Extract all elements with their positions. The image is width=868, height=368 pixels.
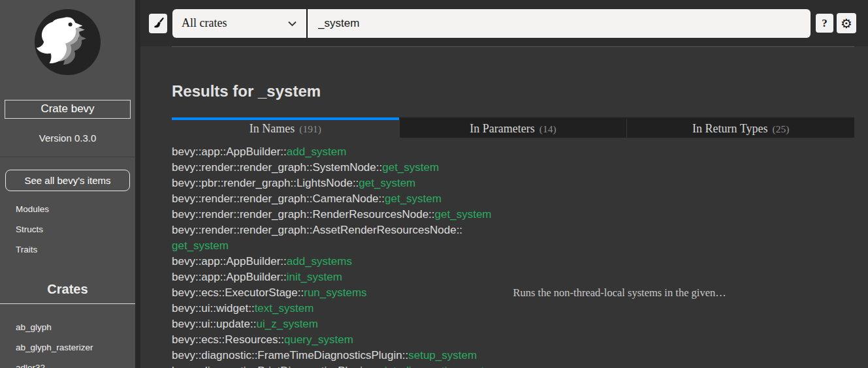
result-description [513,207,855,222]
result-description [513,363,855,368]
result-link[interactable]: bevy::app::AppBuilder::add_systems [172,254,513,269]
crate-link-ab-glyph-rasterizer[interactable]: ab_glyph_rasterizer [0,337,135,358]
result-link[interactable]: bevy::app::AppBuilder::init_system [172,269,513,285]
search-group: All crates [172,9,811,38]
sidebar-scrollbar[interactable] [135,0,140,368]
result-link[interactable]: bevy::render::render_graph::RenderResour… [172,207,513,222]
result-description [513,269,855,285]
result-fn-name: text_system [255,302,314,314]
paintbrush-icon [153,17,164,30]
crate-version: Version 0.3.0 [0,132,135,144]
sidebar: Crate bevy Version 0.3.0 See all bevy's … [0,0,135,368]
settings-button[interactable]: ⚙ [837,13,856,33]
result-fn-name: get_system [385,192,442,205]
result-row: bevy::ecs::Resources::query_system [172,332,854,348]
topbar-divider [172,46,854,47]
result-path: bevy::render::render_graph::RenderResour… [172,208,435,221]
result-row: bevy::render::render_graph::CameraNode::… [172,191,854,207]
result-link[interactable]: bevy::diagnostic::PrintDiagnosticsPlugin… [172,363,513,368]
crates-heading: Crates [0,281,135,297]
result-link[interactable]: bevy::ui::widget::text_system [172,301,513,316]
sidebar-divider-top [0,157,135,157]
result-description [513,254,855,269]
result-fn-name: get_system [382,161,439,174]
crate-link-adler32[interactable]: adler32 [0,358,135,368]
result-description [513,348,855,363]
results-heading: Results for _system [172,82,854,100]
result-row: bevy::app::AppBuilder::add_systems [172,254,854,269]
result-description [513,191,855,207]
tab-count: (14) [539,123,556,135]
result-fn-name: get_system [359,177,415,189]
tab-label: In Names [249,122,295,136]
result-path: bevy::diagnostic::PrintDiagnosticsPlugin… [172,365,375,368]
result-description [513,144,855,160]
result-link[interactable]: bevy::render::render_graph::AssetRenderR… [172,222,513,254]
tab-in-names[interactable]: In Names (191) [172,117,399,138]
result-row: bevy::diagnostic::FrameTimeDiagnosticsPl… [172,348,854,363]
result-row: bevy::app::AppBuilder::add_system [172,144,854,160]
result-fn-name: init_system [287,271,342,283]
help-button[interactable]: ? [816,14,833,33]
result-fn-name: add_systems [287,255,352,268]
result-path: bevy::render::render_graph::CameraNode:: [172,192,385,205]
theme-picker-button[interactable] [149,14,167,33]
result-fn-name: setup_system [408,349,477,361]
sidebar-item-traits[interactable]: Traits [0,239,135,260]
crate-filter-value: All crates [182,16,227,30]
result-row: bevy::pbr::render_graph::LightsNode::get… [172,176,854,191]
result-row: bevy::app::AppBuilder::init_system [172,269,854,285]
result-link[interactable]: bevy::ecs::Resources::query_system [172,332,513,348]
result-link[interactable]: bevy::render::render_graph::SystemNode::… [172,160,513,176]
result-path: bevy::ecs::ExecutorStage:: [172,286,304,299]
crate-title[interactable]: Crate bevy [5,100,131,119]
result-row: bevy::ecs::ExecutorStage::run_systemsRun… [172,285,854,301]
search-input[interactable] [308,9,811,38]
result-row: bevy::render::render_graph::SystemNode::… [172,160,854,176]
content: Results for _system In Names (191) In Pa… [140,46,868,368]
result-path: bevy::app::AppBuilder:: [172,255,287,268]
results-tabs: In Names (191) In Parameters (14) In Ret… [172,117,854,138]
result-link[interactable]: bevy::app::AppBuilder::add_system [172,144,513,160]
crate-link-ab-glyph[interactable]: ab_glyph [0,317,135,337]
result-link[interactable]: bevy::pbr::render_graph::LightsNode::get… [172,176,513,191]
result-description [513,316,855,332]
result-fn-name: print_diagnostics_system [375,365,500,368]
result-fn-name: get_system [435,208,492,221]
result-description [513,222,855,254]
result-path: bevy::ecs::Resources:: [172,333,284,346]
tab-count: (191) [299,123,321,135]
tab-in-parameters[interactable]: In Parameters (14) [399,117,627,138]
result-description [513,160,855,176]
main-area: All crates ? ⚙ Results for _system In Na… [140,0,868,368]
result-description: Runs the non-thread-local systems in the… [513,285,855,301]
result-path: bevy::ui::update:: [172,318,256,330]
chevron-down-icon [287,16,297,30]
result-link[interactable]: bevy::render::render_graph::CameraNode::… [172,191,513,207]
result-link[interactable]: bevy::diagnostic::FrameTimeDiagnosticsPl… [172,348,513,363]
result-description [513,332,855,348]
see-all-items-button[interactable]: See all bevy's items [5,170,130,191]
sidebar-item-modules[interactable]: Modules [0,199,135,219]
result-fn-name: run_systems [304,286,366,299]
sidebar-item-structs[interactable]: Structs [0,219,135,239]
result-link[interactable]: bevy::ui::update::ui_z_system [172,316,513,332]
result-path: bevy::ui::widget:: [172,302,255,314]
tab-label: In Return Types [692,122,767,136]
result-description [513,301,855,316]
tab-in-return-types[interactable]: In Return Types (25) [626,117,854,138]
result-fn-name: query_system [284,333,353,346]
result-row: bevy::ui::update::ui_z_system [172,316,854,332]
result-fn-name: ui_z_system [256,318,317,330]
result-link[interactable]: bevy::ecs::ExecutorStage::run_systems [172,285,513,301]
result-row: bevy::render::render_graph::AssetRenderR… [172,222,854,254]
crate-filter-select[interactable]: All crates [172,9,308,38]
result-row: bevy::ui::widget::text_system [172,301,854,316]
crates-list: ab_glyphab_glyph_rasterizeradler32 [0,317,135,368]
result-fn-name: get_system [172,239,229,252]
result-row: bevy::render::render_graph::RenderResour… [172,207,854,222]
bevy-logo-icon[interactable] [34,8,101,76]
result-description [513,176,855,191]
tab-count: (25) [772,123,789,135]
result-path: bevy::pbr::render_graph::LightsNode:: [172,177,359,189]
